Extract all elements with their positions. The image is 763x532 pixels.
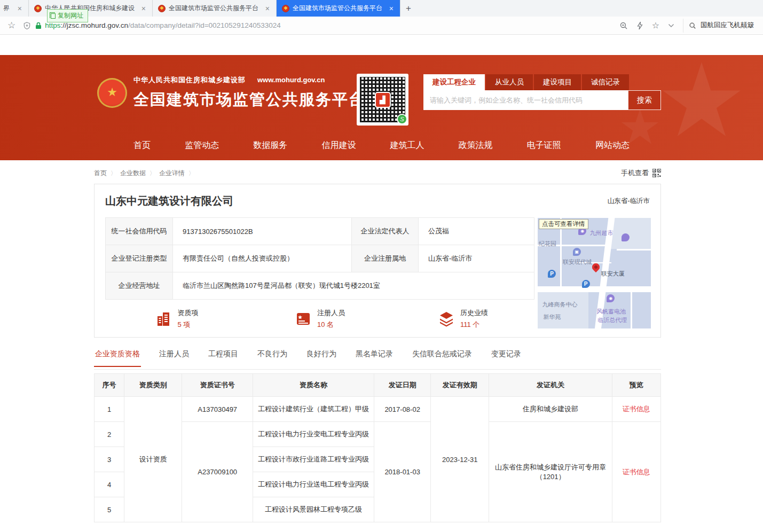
map-label-business-center: 九峰商务中心 <box>542 301 577 309</box>
keyword-search-input[interactable] <box>423 90 628 110</box>
map-block <box>610 218 651 249</box>
tab-good-behavior[interactable]: 良好行为 <box>305 347 337 366</box>
browser-tab-1[interactable]: 界 × <box>0 0 29 17</box>
stat-label: 历史业绩 <box>460 308 488 318</box>
search-tab-project[interactable]: 建设项目 <box>534 74 581 90</box>
tab-projects[interactable]: 工程项目 <box>207 347 239 366</box>
map-label-battery-2: 临沂总代理 <box>597 316 627 324</box>
stat-value: 10 名 <box>317 320 345 330</box>
chevron-down-icon[interactable] <box>668 24 674 28</box>
certificate-info-link[interactable]: 证书信息 <box>623 405 650 413</box>
tab-blacklist[interactable]: 黑名单记录 <box>355 347 394 366</box>
tab-close-icon[interactable]: × <box>388 4 395 13</box>
cell-qual-name: 工程设计电力行业变电工程专业丙级 <box>253 422 374 447</box>
search-tab-personnel[interactable]: 从业人员 <box>486 74 533 90</box>
cell-qual-name: 工程设计建筑行业（建筑工程）甲级 <box>253 397 374 422</box>
map-parking-icon: P <box>548 270 556 278</box>
breadcrumb-company-detail[interactable]: 企业详情 <box>159 169 185 178</box>
ministry-website: www.mohurd.gov.cn <box>257 76 325 84</box>
credit-code-value: 91371302675501022B <box>173 218 352 245</box>
favorite-star-icon[interactable]: ☆ <box>652 20 659 30</box>
tab-close-icon[interactable]: × <box>17 4 23 13</box>
breadcrumb: 首页 〉 企业数据 〉 企业详情 〉 手机查看 <box>94 160 661 184</box>
cell-qual-name: 工程设计市政行业道路工程专业丙级 <box>253 447 374 472</box>
copy-url-tooltip: 复制网址 <box>47 9 88 22</box>
col-header-issue-date: 发证日期 <box>374 374 431 397</box>
tab-title: 全国建筑市场监管公共服务平台 <box>169 4 261 13</box>
address-label: 企业经营地址 <box>106 272 173 300</box>
browser-tab-3[interactable]: 全国建筑市场监管公共服务平台 × <box>153 0 277 17</box>
detail-tabs: 企业资质资格 注册人员 工程项目 不良行为 良好行为 黑名单记录 失信联合惩戒记… <box>94 347 661 370</box>
breadcrumb-separator: 〉 <box>150 169 155 177</box>
stat-personnel[interactable]: 注册人员 10 名 <box>248 308 391 330</box>
zoom-out-icon[interactable] <box>619 21 628 30</box>
nav-item-data-service[interactable]: 数据服务 <box>253 140 287 151</box>
browser-tab-4-active[interactable]: 全国建筑市场监管公共服务平台 × <box>277 0 400 17</box>
cell-authority: 住房和城乡建设部 <box>489 397 612 422</box>
cell-no: 4 <box>95 472 124 497</box>
map-road <box>538 286 651 292</box>
tab-change-records[interactable]: 变更记录 <box>490 347 522 366</box>
cell-no: 2 <box>95 422 124 447</box>
site-favicon-icon <box>34 5 42 12</box>
stat-value: 5 项 <box>178 320 199 330</box>
certificate-icon <box>295 310 312 327</box>
company-name: 山东中元建筑设计有限公司 <box>105 194 233 208</box>
map-label-xinhua: 新华苑 <box>544 313 561 321</box>
authority-line-1: 山东省住房和城乡建设厅许可专用章 <box>492 463 608 472</box>
shield-icon[interactable] <box>23 21 31 30</box>
breadcrumb-company-data[interactable]: 企业数据 <box>120 169 146 178</box>
map-label-supermarket: 九州超市 <box>590 229 613 237</box>
bookmark-star-icon[interactable]: ☆ <box>7 20 15 31</box>
search-tab-credit[interactable]: 诚信记录 <box>582 74 629 90</box>
map-tooltip: 点击可查看详情 <box>539 219 588 229</box>
nav-item-workers[interactable]: 建筑工人 <box>390 140 424 151</box>
map-marker-battery: ◉ <box>607 294 615 302</box>
company-region: 山东省-临沂市 <box>608 197 650 206</box>
tab-registered-personnel[interactable]: 注册人员 <box>158 347 190 366</box>
cell-valid-until: 2023-12-31 <box>431 397 489 522</box>
map-marker-atm <box>622 233 630 241</box>
qualification-table: 序号 资质类别 资质证书号 资质名称 发证日期 发证有效期 发证机关 预览 1 … <box>94 373 661 522</box>
hot-search-text: 国航回应飞机颠簸 <box>701 21 754 30</box>
nav-item-site-news[interactable]: 网站动态 <box>595 140 630 151</box>
legal-rep-label: 企业法定代表人 <box>352 218 419 245</box>
nav-item-home[interactable]: 首页 <box>133 140 151 151</box>
breadcrumb-separator: 〉 <box>111 169 116 177</box>
search-button[interactable]: 搜索 <box>628 90 661 110</box>
col-header-name: 资质名称 <box>253 374 374 397</box>
cell-no: 3 <box>95 447 124 472</box>
browser-search-box[interactable]: 国航回应飞机颠簸 <box>683 19 763 33</box>
address-bar[interactable]: https://jzsc.mohurd.gov.cn/data/company/… <box>35 21 610 29</box>
search-tab-enterprise[interactable]: 建设工程企业 <box>423 74 485 90</box>
tab-close-icon[interactable]: × <box>140 4 147 13</box>
search-icon <box>689 22 696 29</box>
certificate-info-link[interactable]: 证书信息 <box>623 468 650 476</box>
reg-type-label: 企业登记注册类型 <box>106 245 173 272</box>
map-parking-icon: P <box>582 280 590 288</box>
qr-code-icon[interactable] <box>652 169 661 177</box>
tab-qualifications[interactable]: 企业资质资格 <box>94 347 141 367</box>
new-tab-button[interactable]: + <box>400 0 416 17</box>
company-location-pin <box>591 262 601 272</box>
stat-history[interactable]: 历史业绩 111 个 <box>391 308 534 330</box>
tab-close-icon[interactable]: × <box>264 4 271 13</box>
nav-item-policy[interactable]: 政策法规 <box>459 140 493 151</box>
col-header-cert-no: 资质证书号 <box>182 374 253 397</box>
map-label-tower: 联安大厦 <box>601 270 625 278</box>
company-location-map[interactable]: ◉ 九州超市 纪花园 ▣ 联安现代城 联安大厦 P P 九峰商务中心 ◉ 风帆蓄… <box>538 218 651 328</box>
url-host: ://jzsc.mohurd.gov.cn <box>61 21 129 29</box>
nav-item-supervision[interactable]: 监管动态 <box>185 140 219 151</box>
tab-dishonesty-records[interactable]: 失信联合惩戒记录 <box>411 347 473 366</box>
stat-qualifications[interactable]: 资质项 5 项 <box>105 308 248 330</box>
tab-title: 全国建筑市场监管公共服务平台 <box>293 4 385 13</box>
browser-toolbar: ☆ https://jzsc.mohurd.gov.cn/data/compan… <box>0 17 763 35</box>
nav-item-e-license[interactable]: 电子证照 <box>527 140 561 151</box>
nav-item-credit[interactable]: 信用建设 <box>321 140 356 151</box>
breadcrumb-home[interactable]: 首页 <box>94 169 107 178</box>
reader-lightning-icon[interactable] <box>636 21 643 30</box>
map-road <box>631 286 632 328</box>
tab-bad-behavior[interactable]: 不良行为 <box>256 347 288 366</box>
mobile-view-label[interactable]: 手机查看 <box>621 168 649 178</box>
cell-issue-date: 2018-01-03 <box>374 422 431 522</box>
